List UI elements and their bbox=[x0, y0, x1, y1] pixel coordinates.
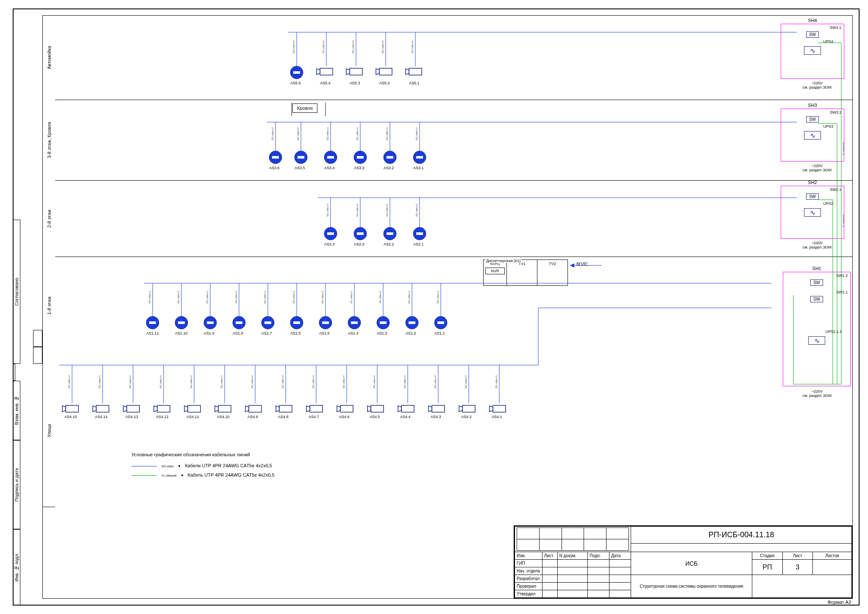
cam-as5-2: AS5.2 bbox=[379, 81, 390, 85]
role-gip: ГИП bbox=[515, 560, 542, 567]
svg-text:SG-video-3: SG-video-3 bbox=[297, 127, 299, 140]
sh3-title: SH3 bbox=[781, 103, 844, 108]
svg-rect-35 bbox=[416, 156, 423, 159]
row-floor3: 3-й этаж, Кровля Кровля SG-video-3 SG-vi… bbox=[55, 100, 853, 181]
side-cell-sign: Подпись и дата bbox=[13, 440, 20, 529]
svg-rect-65 bbox=[264, 321, 271, 324]
cam-as1-4: AS1.4 bbox=[348, 331, 359, 335]
cam-as4-12: AS4.12 bbox=[156, 415, 169, 419]
cam-as3-1: AS3.1 bbox=[413, 166, 424, 170]
svg-marker-117 bbox=[367, 406, 371, 412]
svg-rect-128 bbox=[493, 405, 506, 412]
sh1-title: SH1 bbox=[783, 266, 850, 271]
svg-rect-42 bbox=[327, 232, 334, 235]
svg-text:SG-video-2: SG-video-2 bbox=[356, 204, 359, 217]
svg-text:SG-video-4: SG-video-4 bbox=[129, 375, 131, 388]
side-cell-vzam: Взам. инв. № bbox=[13, 381, 20, 440]
sh1-swid1: SW1.2 bbox=[783, 272, 850, 278]
project-name: ИСБ bbox=[631, 552, 752, 575]
svg-rect-80 bbox=[409, 321, 415, 324]
legend: Условные графические обозначения кабельн… bbox=[131, 452, 343, 477]
sh2-swid: SW2.1 bbox=[781, 186, 844, 192]
side-cell-inv: Инв. № подл. bbox=[13, 529, 20, 606]
svg-rect-56 bbox=[178, 321, 185, 324]
svg-rect-48 bbox=[416, 232, 423, 235]
sh4-block: SH4 SW4.1 SW UPS4 ∿ bbox=[781, 24, 844, 79]
svg-text:SG-video-4: SG-video-4 bbox=[403, 375, 406, 388]
cam-as4-5: AS4.5 bbox=[370, 415, 380, 419]
sh3-block: SH3 SW3.1 SW UPS3 ∿ bbox=[781, 109, 844, 162]
side-cell-approved: Согласовано bbox=[13, 220, 20, 364]
svg-rect-89 bbox=[96, 405, 109, 412]
svg-marker-49 bbox=[570, 263, 574, 268]
sh3-sw: SW bbox=[806, 116, 819, 123]
svg-rect-113 bbox=[340, 405, 353, 412]
cam-as5-4: AS5.4 bbox=[320, 81, 331, 85]
cam-as1-9: AS1.9 bbox=[204, 331, 214, 335]
svg-text:SG-video-4: SG-video-4 bbox=[251, 375, 253, 388]
svg-rect-6 bbox=[293, 71, 300, 74]
cam-as4-6: AS4.6 bbox=[339, 415, 350, 419]
sh3-power: ~220Vсм. раздел ЭОМ bbox=[803, 164, 832, 172]
svg-rect-86 bbox=[66, 405, 78, 412]
cam-as4-4: AS4.4 bbox=[400, 415, 411, 419]
cam-as5-3: AS5.3 bbox=[350, 81, 360, 85]
sh1-sw1: SW bbox=[810, 279, 823, 286]
drawing-area: Автомойка SG-video-5 SG-video-5 SG-video… bbox=[55, 15, 853, 599]
svg-rect-110 bbox=[310, 405, 323, 412]
svg-marker-120 bbox=[398, 406, 401, 412]
svg-rect-11 bbox=[379, 68, 392, 75]
svg-text:SG-video-5: SG-video-5 bbox=[352, 40, 354, 53]
svg-rect-9 bbox=[350, 68, 362, 75]
stage: РП bbox=[752, 560, 782, 575]
svg-rect-46 bbox=[387, 232, 393, 235]
svg-rect-68 bbox=[293, 321, 300, 324]
svg-text:SG-video-1: SG-video-1 bbox=[235, 290, 237, 304]
svg-marker-102 bbox=[215, 406, 218, 412]
svg-rect-13 bbox=[409, 68, 422, 75]
cam-as4-10: AS4.10 bbox=[217, 415, 230, 419]
svg-text:SG-video-2: SG-video-2 bbox=[415, 204, 418, 217]
svg-marker-10 bbox=[346, 69, 350, 75]
svg-marker-90 bbox=[93, 406, 96, 412]
svg-marker-93 bbox=[123, 406, 127, 412]
svg-rect-83 bbox=[437, 321, 444, 324]
svg-rect-7 bbox=[320, 68, 333, 75]
col-podp: Подп. bbox=[588, 552, 609, 560]
svg-rect-119 bbox=[401, 405, 414, 412]
cam-as4-7: AS4.7 bbox=[309, 415, 319, 419]
cam-as3-2: AS3.2 bbox=[384, 166, 394, 170]
svg-text:SG-video-1: SG-video-1 bbox=[177, 290, 180, 304]
svg-text:SG-video-4: SG-video-4 bbox=[190, 375, 192, 388]
subtitle: Структурная схема системы охранного теле… bbox=[631, 575, 752, 598]
sh1-sw2: SW bbox=[810, 296, 823, 302]
sh2-block: SH2 SW2.1 SW UPS2 ∿ bbox=[781, 186, 844, 239]
svg-marker-99 bbox=[184, 406, 188, 412]
doc-number: РП-ИСБ-004.11.18 bbox=[631, 527, 852, 544]
sh2-ups-label: UPS2 bbox=[781, 201, 844, 206]
svg-text:SG-video-4: SG-video-4 bbox=[495, 375, 498, 388]
svg-text:SG-video-4: SG-video-4 bbox=[342, 375, 345, 388]
svg-rect-59 bbox=[207, 321, 214, 324]
sh4-ups-label: UPS4 bbox=[781, 39, 844, 44]
col-ndoc: N докум. bbox=[557, 552, 587, 560]
col-data: Дата bbox=[609, 552, 631, 560]
sh2-ups-icon: ∿ bbox=[804, 208, 821, 217]
side-small-1 bbox=[33, 347, 42, 364]
cam-as1-6: AS1.6 bbox=[290, 331, 301, 335]
svg-rect-33 bbox=[387, 156, 393, 159]
row-label-4: 1-й этаж bbox=[42, 257, 55, 354]
cam-as1-1: AS1.1 bbox=[434, 331, 445, 335]
svg-rect-122 bbox=[432, 405, 445, 412]
svg-text:SG-video-5: SG-video-5 bbox=[381, 40, 384, 53]
svg-marker-111 bbox=[306, 406, 310, 412]
svg-text:SG-video-1: SG-video-1 bbox=[292, 290, 295, 304]
cam-as4-14: AS4.14 bbox=[95, 415, 108, 419]
svg-rect-95 bbox=[157, 405, 170, 412]
svg-text:SG-video-5: SG-video-5 bbox=[322, 40, 325, 53]
sh1-ups-label: UPS1.1.1 bbox=[783, 304, 850, 334]
svg-text:SG-video-4: SG-video-4 bbox=[373, 375, 376, 388]
svg-rect-25 bbox=[272, 156, 279, 159]
cam-as3-6: AS3.6 bbox=[269, 166, 280, 170]
svg-text:SG-video-4: SG-video-4 bbox=[68, 375, 70, 388]
